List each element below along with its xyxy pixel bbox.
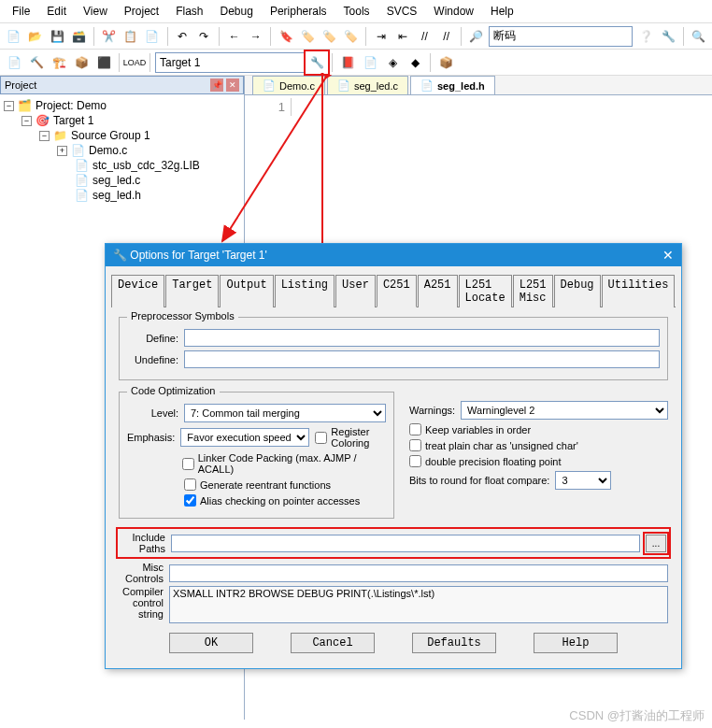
translate-icon[interactable]: 📄 [4,52,24,73]
nav-back-icon[interactable]: ← [224,26,244,47]
menu-edit[interactable]: Edit [38,3,75,20]
tab-user[interactable]: User [335,275,376,307]
manage-layers-icon[interactable]: ◈ [382,52,403,73]
undo-icon[interactable]: ↶ [173,26,192,47]
uncomment-icon[interactable]: // [436,26,456,47]
tree-file[interactable]: stc_usb_cdc_32g.LIB [93,159,200,172]
save-icon[interactable]: 💾 [47,26,66,47]
tab-listing[interactable]: Listing [275,275,335,307]
misc-controls-input[interactable] [169,564,668,582]
copy-icon[interactable]: 📋 [121,26,140,47]
bookmark-clear-icon[interactable]: 🏷️ [341,26,361,47]
menu-tools[interactable]: Tools [335,3,378,20]
emphasis-select[interactable]: Favor execution speed [180,428,309,447]
tree-file[interactable]: Demo.c [89,144,127,157]
config-icon[interactable]: 🔧 [659,26,678,47]
cancel-button[interactable]: Cancel [291,633,375,653]
expand-icon[interactable]: − [21,116,32,126]
project-tree[interactable]: −🗂️Project: Demo −🎯Target 1 −📁Source Gro… [0,94,244,207]
tab-debug[interactable]: Debug [554,275,601,307]
tree-file[interactable]: seg_led.h [93,189,141,202]
undefine-input[interactable] [184,350,660,368]
find-combo[interactable] [489,26,634,47]
context-help-icon[interactable]: ❔ [636,26,656,47]
tab-output[interactable]: Output [220,275,273,307]
project-root[interactable]: Project: Demo [36,99,107,112]
manage-rtos-icon[interactable]: ◆ [405,52,425,73]
bookmark-prev-icon[interactable]: 🏷️ [298,26,318,47]
file-ext-icon[interactable]: 📄 [360,52,380,73]
file-tab[interactable]: 📄seg_led.c [327,76,408,94]
menu-peripherals[interactable]: Peripherals [262,3,335,20]
tab-l251-misc[interactable]: L251 Misc [513,275,553,307]
warnings-select[interactable]: Warninglevel 2 [461,401,668,420]
pin-icon[interactable]: 📌 [210,79,223,92]
tab-c251[interactable]: C251 [377,275,417,307]
batch-build-icon[interactable]: 📦 [71,52,92,73]
tree-file[interactable]: seg_led.c [93,174,140,187]
double-precision-checkbox[interactable]: double precision floating point [409,455,562,467]
bookmark-icon[interactable]: 🔖 [276,26,295,47]
save-all-icon[interactable]: 🗃️ [69,26,89,47]
alias-checkbox[interactable]: Alias checking on pointer accesses [184,494,360,507]
debug-icon[interactable]: 🔍 [689,26,708,47]
define-input[interactable] [184,329,660,347]
pack-installer-icon[interactable]: 📦 [435,52,456,73]
tab-target[interactable]: Target [165,275,219,307]
expand-icon[interactable]: − [39,131,50,141]
file-tab-active[interactable]: 📄seg_led.h [410,76,495,94]
menu-view[interactable]: View [75,3,116,20]
manage-books-icon[interactable]: 📕 [337,52,358,73]
keep-vars-checkbox[interactable]: Keep variables in order [409,423,531,435]
indent-icon[interactable]: ⇥ [371,26,391,47]
cut-icon[interactable]: ✂️ [99,26,119,47]
rebuild-icon[interactable]: 🏗️ [49,52,69,73]
outdent-icon[interactable]: ⇤ [393,26,413,47]
tab-utilities[interactable]: Utilities [602,275,676,307]
plain-char-checkbox[interactable]: treat plain char as 'unsigned char' [409,439,578,451]
menu-svcs[interactable]: SVCS [378,3,426,20]
close-icon[interactable]: ✕ [662,248,674,263]
browse-include-button[interactable]: ... [646,535,666,552]
bits-round-select[interactable]: 3 [555,471,611,490]
tree-target[interactable]: Target 1 [53,114,93,127]
find-in-files-icon[interactable]: 🔎 [466,26,486,47]
expand-icon[interactable]: + [57,146,67,156]
close-panel-icon[interactable]: ✕ [226,79,239,92]
menu-help[interactable]: Help [482,3,522,20]
build-icon[interactable]: 🔨 [26,52,47,73]
menu-debug[interactable]: Debug [212,3,262,20]
expand-icon[interactable]: − [4,101,14,111]
dialog-titlebar[interactable]: 🔧 Options for Target 'Target 1' ✕ [106,244,681,266]
bookmark-next-icon[interactable]: 🏷️ [320,26,339,47]
paste-icon[interactable]: 📄 [142,26,162,47]
ok-button[interactable]: OK [169,633,253,653]
c-file-icon: 📄 [263,79,276,92]
linker-packing-checkbox[interactable]: Linker Code Packing (max. AJMP / ACALL) [182,452,386,475]
tab-device[interactable]: Device [111,275,164,307]
new-file-icon[interactable]: 📄 [4,26,23,47]
target-options-icon[interactable]: 🔧 [306,52,327,73]
tab-a251[interactable]: A251 [418,275,458,307]
download-icon[interactable]: LOAD [124,52,145,73]
nav-fwd-icon[interactable]: → [246,26,265,47]
target-selector[interactable] [155,52,305,73]
stop-build-icon[interactable]: ⬛ [93,52,114,73]
help-button[interactable]: Help [534,633,618,653]
menu-project[interactable]: Project [116,3,167,20]
reentrant-checkbox[interactable]: Generate reentrant functions [184,478,331,491]
defaults-button[interactable]: Defaults [412,633,496,653]
watermark: CSDN @打酱油的工程师 [569,707,705,724]
menu-flash[interactable]: Flash [167,3,211,20]
level-select[interactable]: 7: Common tail merging [184,404,386,422]
tree-group[interactable]: Source Group 1 [71,129,150,142]
open-file-icon[interactable]: 📂 [25,26,45,47]
file-tab[interactable]: 📄Demo.c [252,76,325,94]
register-coloring-checkbox[interactable]: Register Coloring [315,426,386,449]
menu-window[interactable]: Window [425,3,482,20]
tab-l251-locate[interactable]: L251 Locate [459,275,512,307]
redo-icon[interactable]: ↷ [194,26,214,47]
include-paths-input[interactable] [171,535,640,552]
menu-file[interactable]: File [4,3,38,20]
comment-icon[interactable]: // [415,26,434,47]
